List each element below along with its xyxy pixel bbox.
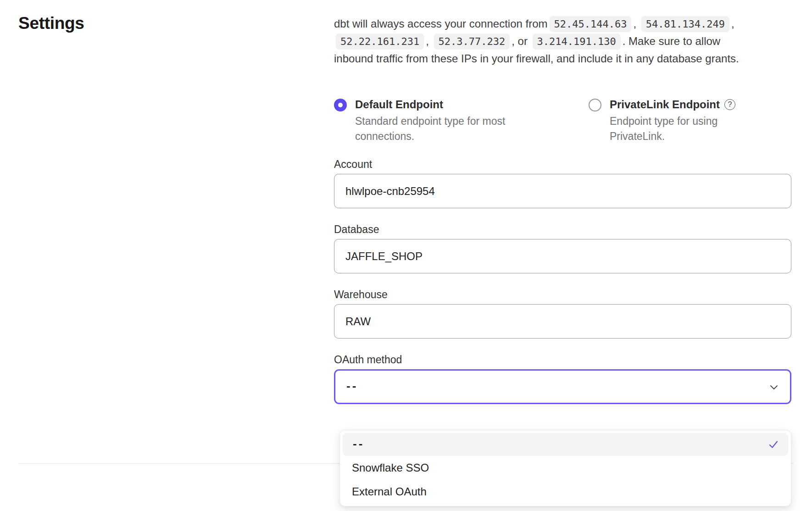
ip-group: 3.214.191.130 (531, 35, 623, 47)
comma: , (426, 35, 429, 47)
account-label: Account (334, 158, 791, 171)
note-prefix: dbt will always access your connection f… (334, 17, 548, 30)
oauth-method-field-group: OAuth method -- (334, 353, 791, 404)
endpoint-type-radio-group: Default Endpoint Standard endpoint type … (334, 98, 791, 144)
page-title: Settings (18, 14, 84, 33)
comma: , (731, 17, 734, 30)
endpoint-option-default[interactable]: Default Endpoint Standard endpoint type … (334, 98, 589, 144)
endpoint-default-description: Standard endpoint type for most connecti… (355, 114, 513, 144)
endpoint-privatelink-label: PrivateLink Endpoint (610, 98, 720, 111)
ip-chip: 52.45.144.63 (550, 16, 632, 32)
chevron-down-icon (769, 382, 779, 392)
checkmark-icon (768, 439, 779, 450)
ip-group: 52.22.161.231, (334, 35, 429, 47)
oauth-method-dropdown-menu: -- Snowflake SSO External OAuth (339, 430, 791, 506)
or-joiner: , or (512, 35, 528, 47)
comma: , (633, 17, 636, 30)
dropdown-option-external-oauth[interactable]: External OAuth (343, 480, 788, 504)
ip-chip: 52.3.77.232 (434, 33, 510, 50)
warehouse-label: Warehouse (334, 288, 791, 301)
dropdown-option-label: -- (352, 439, 363, 450)
database-input[interactable] (334, 239, 791, 273)
endpoint-option-privatelink[interactable]: PrivateLink Endpoint ? Endpoint type for… (589, 98, 735, 144)
database-field-group: Database (334, 223, 791, 273)
connection-settings-column: dbt will always access your connection f… (334, 15, 791, 404)
database-label: Database (334, 223, 791, 236)
ip-group: 52.45.144.63, (548, 17, 637, 30)
dropdown-option-label: External OAuth (352, 485, 427, 498)
ip-chip: 3.214.191.130 (533, 33, 621, 50)
warehouse-input[interactable] (334, 304, 791, 339)
radio-text: Default Endpoint Standard endpoint type … (355, 98, 513, 144)
settings-page: Settings dbt will always access your con… (0, 0, 812, 511)
ip-group: 54.81.134.249, (640, 17, 734, 30)
help-icon[interactable]: ? (724, 99, 735, 110)
ip-chip: 52.22.161.231 (336, 33, 424, 50)
radio-selected-icon[interactable] (334, 99, 347, 111)
warehouse-field-group: Warehouse (334, 288, 791, 339)
dropdown-option-label: Snowflake SSO (352, 461, 429, 474)
account-field-group: Account (334, 158, 791, 208)
ip-group: 52.3.77.232, or (432, 35, 528, 47)
ip-allowlist-note: dbt will always access your connection f… (334, 15, 756, 67)
oauth-method-selected-value: -- (345, 381, 357, 392)
endpoint-default-label: Default Endpoint (355, 98, 513, 111)
dropdown-option-snowflake-sso[interactable]: Snowflake SSO (343, 456, 788, 480)
oauth-method-select[interactable]: -- (334, 369, 791, 404)
oauth-method-label: OAuth method (334, 353, 791, 366)
account-input[interactable] (334, 174, 791, 208)
radio-unselected-icon[interactable] (589, 99, 601, 111)
endpoint-privatelink-description: Endpoint type for using PrivateLink. (610, 114, 734, 144)
dropdown-option-none[interactable]: -- (343, 433, 788, 456)
radio-text: PrivateLink Endpoint ? Endpoint type for… (610, 98, 735, 144)
ip-chip: 54.81.134.249 (641, 16, 729, 32)
